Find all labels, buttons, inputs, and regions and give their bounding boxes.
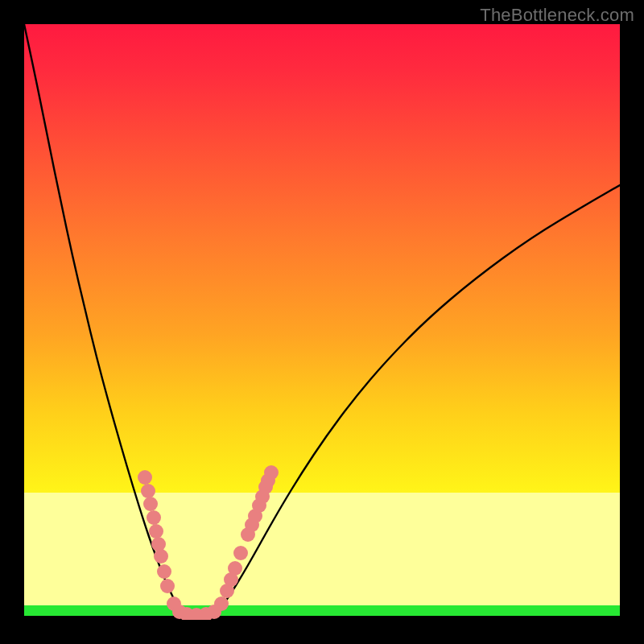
marker-dot [151,537,166,551]
curve-group [24,24,620,616]
plot-area [24,24,620,620]
marker-dot [264,465,279,480]
marker-group [138,465,279,620]
marker-dot [138,470,152,485]
watermark-text: TheBottleneck.com [480,5,634,26]
marker-dot [214,597,229,611]
marker-dot [233,546,248,560]
marker-dot [141,484,155,498]
marker-dot [147,510,161,525]
v-curve-path [24,24,620,616]
marker-dot [154,549,168,564]
marker-dot [160,579,175,593]
marker-dot [228,561,242,576]
marker-dot [149,524,163,539]
marker-dot [157,564,171,579]
marker-dot [143,497,158,511]
chart-svg [24,24,620,620]
outer-black-frame: TheBottleneck.com [0,0,644,644]
